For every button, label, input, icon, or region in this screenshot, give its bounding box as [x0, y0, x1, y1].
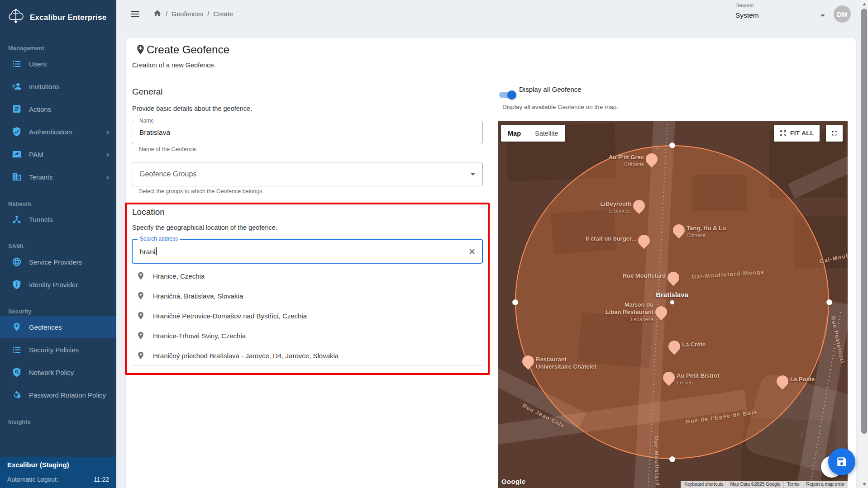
satellite-button[interactable]: Satellite [528, 125, 565, 142]
scroll-down-arrow[interactable] [860, 480, 868, 488]
text-cursor [156, 247, 157, 255]
sidebar-item-label: PAM [29, 151, 106, 158]
place-icon [136, 351, 145, 360]
suggestion-item[interactable]: Hranice-Trhové Sviny, Czechia [132, 326, 483, 346]
terms-link[interactable]: Terms [783, 481, 802, 488]
street-arrow-icon: ↓ [655, 142, 659, 150]
groups-hint: Select the groups to which the Geofence … [139, 188, 264, 194]
brand-title: Excalibur Enterprise [30, 13, 106, 22]
sidebar-item-label: Invitations [29, 83, 109, 90]
suggestion-text: Hraničný priechod Bratislava - Jarovce, … [153, 352, 339, 360]
suggestion-item[interactable]: Hranice, Czechia [132, 266, 483, 286]
circle-handle-right[interactable] [826, 299, 832, 305]
street-arrow-icon: ↑ [800, 431, 804, 438]
google-logo: Google [501, 478, 525, 485]
circle-center-dot[interactable] [670, 300, 674, 304]
chevron-right-icon: › [106, 128, 109, 136]
suggestion-text: Hraničná, Bratislava, Slovakia [153, 292, 243, 300]
circle-handle-bottom[interactable] [669, 456, 675, 462]
user-avatar[interactable]: DM [834, 5, 851, 23]
suggestion-item[interactable]: Hraničný priechod Bratislava - Jarovce, … [132, 346, 483, 365]
suggestion-item[interactable]: Hraničná, Bratislava, Slovakia [132, 286, 483, 306]
sidebar-item-label: Network Policy [29, 369, 109, 376]
section-label-security: Security [0, 308, 116, 316]
page-subtitle: Creation of a new Geofence. [132, 62, 216, 69]
shield-info-icon [12, 280, 22, 289]
fullscreen-button[interactable] [826, 125, 843, 142]
search-address-value: hrani [140, 247, 157, 256]
map-type-control: Map Satellite [501, 125, 565, 142]
sidebar-item-label: Tenants [29, 173, 106, 181]
sidebar-item-tunnels[interactable]: Tunnels [0, 208, 116, 231]
sidebar-item-security-policies[interactable]: Security Policies [0, 338, 116, 361]
breadcrumb-create: Create [213, 10, 233, 18]
toggle-hint: Display all available Geofence on the ma… [502, 104, 618, 110]
shield-check-icon [12, 127, 22, 137]
sidebar-item-label: Password Rotation Policy [29, 391, 109, 399]
tenants-label: Tenants [735, 3, 825, 8]
excalibur-logo-icon [6, 8, 25, 27]
sidebar-item-label: Security Policies [29, 346, 109, 354]
save-button[interactable] [828, 448, 855, 475]
groups-placeholder: Geofence Groups [139, 170, 196, 178]
name-field-label: Name [137, 118, 156, 124]
sync-lock-icon [12, 390, 22, 400]
search-address-input[interactable]: Search address hrani ✕ [132, 239, 483, 264]
place-icon [136, 311, 145, 320]
tenant-select[interactable]: System [735, 9, 825, 22]
circle-handle-left[interactable] [512, 299, 518, 305]
save-icon [836, 456, 848, 468]
fit-all-button[interactable]: FIT ALL [774, 125, 820, 142]
create-geofence-card: Create Geofence Creation of a new Geofen… [126, 38, 856, 488]
map-canvas[interactable]: Bratislava Gal-Mouffetard-Monge Gal-Mouf… [498, 121, 848, 488]
display-all-geofence-toggle[interactable] [499, 92, 515, 98]
chevron-down-icon [820, 14, 825, 17]
map-building [692, 175, 747, 211]
place-icon [136, 331, 145, 340]
place-icon [136, 291, 145, 300]
section-label-management: Management [0, 44, 116, 52]
home-icon[interactable] [153, 9, 162, 19]
sidebar-item-network-policy[interactable]: Network Policy [0, 361, 116, 384]
scrollbar-thumb[interactable] [861, 9, 867, 434]
breadcrumb: / Geofences / Create [153, 9, 233, 19]
keyboard-shortcuts-link[interactable]: Keyboard shortcuts [681, 481, 726, 488]
sidebar-item-label: Geofences [29, 323, 109, 331]
clear-icon[interactable]: ✕ [468, 247, 476, 256]
sidebar-item-identity-provider[interactable]: Identity Provider [0, 273, 116, 296]
scroll-up-arrow[interactable] [860, 0, 868, 8]
sidebar-item-password-rotation-policy[interactable]: Password Rotation Policy [0, 384, 116, 406]
auto-logout-label: Automatic Logout: [7, 476, 58, 483]
map-data-label: Map Data ©2025 Google [727, 481, 784, 488]
geofence-groups-select[interactable]: Geofence Groups [132, 162, 483, 186]
sidebar-item-actions[interactable]: Actions [0, 98, 116, 120]
brand: Excalibur Enterprise [0, 0, 116, 33]
sidebar-item-geofences[interactable]: Geofences [0, 316, 116, 338]
page-scrollbar[interactable] [860, 0, 868, 488]
sidebar-item-tenants[interactable]: Tenants › [0, 166, 116, 188]
section-label-insights: Insights [0, 418, 116, 426]
breadcrumb-separator: / [207, 10, 209, 18]
search-address-label: Search address [138, 236, 180, 242]
app-screen: Excalibur Enterprise Management Users In… [0, 0, 868, 488]
map-button[interactable]: Map [501, 125, 528, 142]
circle-handle-top[interactable] [669, 142, 675, 148]
sidebar-item-authenticators[interactable]: Authenticators › [0, 120, 116, 143]
breadcrumb-geofences[interactable]: Geofences [172, 10, 203, 18]
sidebar-item-invitations[interactable]: Invitations [0, 75, 116, 98]
suggestion-item[interactable]: Hraničné Petrovice-Domašov nad Bystřicí,… [132, 306, 483, 326]
sidebar-item-label: Authenticators [29, 128, 106, 136]
report-map-error-link[interactable]: Report a map error [803, 481, 848, 488]
menu-toggle-button[interactable] [131, 11, 139, 18]
street-arrow-icon: → [751, 396, 758, 403]
sidebar-item-users[interactable]: Users [0, 52, 116, 75]
pin-plus-icon [12, 322, 22, 332]
sidebar-footer: Excalibur (Staging) Automatic Logout: 11… [0, 457, 116, 488]
suggestion-text: Hranice-Trhové Sviny, Czechia [153, 332, 246, 340]
name-field[interactable]: Name Bratislava [132, 121, 483, 144]
geofence-name-label: Bratislava [656, 291, 688, 298]
location-heading: Location [132, 207, 165, 217]
sidebar-item-pam[interactable]: PAM › [0, 143, 116, 166]
tenant-value: System [735, 11, 759, 19]
sidebar-item-service-providers[interactable]: Service Providers [0, 251, 116, 273]
